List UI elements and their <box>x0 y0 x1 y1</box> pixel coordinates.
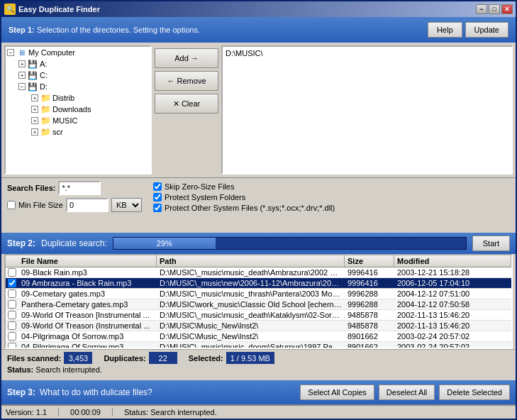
tree-label-downloads: Downloads <box>52 105 91 114</box>
directory-tree[interactable]: − 🖥 My Computer + 💾 A: + 💾 C: − 💾 D: + <box>4 45 152 175</box>
drive-icon-d: 💾 <box>27 82 38 92</box>
table-row[interactable]: 09-Black Rain.mp3 D:\MUSIC\_music\music_… <box>6 267 511 278</box>
row-checkbox[interactable] <box>6 343 18 348</box>
cell-path: D:\MUSIC\_music\new\2006-11-12\Ambrazura… <box>157 278 345 288</box>
cell-path: D:\MUSIC\_music\music_death\Ambrazura\20… <box>157 267 345 277</box>
tree-item-distrib[interactable]: + 📁 Distrib <box>6 92 150 104</box>
cell-modified: 2004-12-12 07:50:58 <box>394 299 511 309</box>
cell-modified: 2002-11-13 15:46:20 <box>394 310 511 320</box>
clear-button[interactable]: ✕ Clear <box>155 94 218 114</box>
cell-filename: 09 Ambrazura - Black Rain.mp3 <box>18 278 157 288</box>
tree-item-scr[interactable]: + 📁 scr <box>6 126 150 138</box>
step1-buttons: Help Update <box>428 22 508 38</box>
tree-item-music[interactable]: + 📁 MUSIC <box>6 115 150 126</box>
row-checkbox[interactable] <box>6 279 18 287</box>
delete-selected-button[interactable]: Delete Selected <box>439 385 510 400</box>
row-checkbox[interactable] <box>6 311 18 319</box>
drive-icon-a: 💾 <box>27 59 38 69</box>
tree-item-d[interactable]: − 💾 D: <box>6 81 150 92</box>
window-title: Easy Duplicate Finder <box>18 5 100 13</box>
step3-bar: Step 3: What to do with dulicate files? … <box>1 380 516 404</box>
min-size-checkbox[interactable] <box>7 201 16 209</box>
cell-path: D:\MUSIC\Music_New\Inst2\ <box>157 321 345 331</box>
remove-button[interactable]: ← Remove <box>155 71 218 91</box>
checkbox-col-header <box>6 255 18 267</box>
col-header-size[interactable]: Size <box>345 255 394 267</box>
progress-bar: 29% <box>113 238 216 249</box>
file-list: File Name Path Size Modified 09-Black Ra… <box>4 254 513 349</box>
cell-filename: 04-Pilgrimaga Of Sorrow.mp3 <box>18 331 157 341</box>
app-icon: 🔍 <box>4 4 16 15</box>
col-header-filename[interactable]: File Name <box>18 255 157 267</box>
row-checkbox[interactable] <box>6 289 18 298</box>
search-files-label: Search Files: <box>7 184 55 192</box>
table-row[interactable]: 04-Pilgrimaga Of Sorrow.mp3 D:\MUSIC\Mus… <box>6 331 511 342</box>
tree-expand-downloads[interactable]: + <box>31 106 38 113</box>
maximize-button[interactable]: □ <box>489 4 500 14</box>
table-row[interactable]: 09-Cemetary gates.mp3 D:\MUSIC\_music\mu… <box>6 289 511 299</box>
progress-container: 29% <box>113 237 467 250</box>
update-button[interactable]: Update <box>465 22 508 38</box>
skip-zero-checkbox[interactable] <box>153 182 162 191</box>
row-checkbox[interactable] <box>6 300 18 309</box>
row-checkbox[interactable] <box>6 332 18 341</box>
search-left: Search Files: Min File Size KB MB <box>7 181 142 230</box>
table-row[interactable]: 04-Pilgrimaga Of Sorrow.mp3 D:\MUSIC\_mu… <box>6 342 511 348</box>
tree-label-music: MUSIC <box>52 116 77 125</box>
cell-size: 9996416 <box>345 278 394 288</box>
col-header-modified[interactable]: Modified <box>394 255 511 267</box>
tree-item-a[interactable]: + 💾 A: <box>6 58 150 70</box>
minimize-button[interactable]: − <box>476 4 487 14</box>
bottom-status-bar: Version: 1.1 00:00:09 Status: Search int… <box>1 404 516 419</box>
search-options: Search Files: Min File Size KB MB Skip Z… <box>1 177 516 233</box>
tree-expand-a[interactable]: + <box>18 60 26 67</box>
main-content: − 🖥 My Computer + 💾 A: + 💾 C: − 💾 D: + <box>1 43 516 177</box>
protect-system-checkbox[interactable] <box>153 193 162 201</box>
close-button[interactable]: ✕ <box>501 4 513 14</box>
tree-expand-distrib[interactable]: + <box>31 94 38 101</box>
select-all-copies-button[interactable]: Select All Copies <box>300 385 374 400</box>
paths-panel[interactable]: D:\MUSIC\ <box>221 45 513 175</box>
tree-item-mycomputer[interactable]: − 🖥 My Computer <box>6 47 150 58</box>
tree-expand-c[interactable]: + <box>18 72 26 79</box>
tree-item-c[interactable]: + 💾 C: <box>6 70 150 81</box>
tree-label-c: C: <box>40 71 48 79</box>
table-row[interactable]: 09 Ambrazura - Black Rain.mp3 D:\MUSIC\_… <box>6 278 511 289</box>
deselect-all-button[interactable]: Deselect All <box>379 385 435 400</box>
search-files-input[interactable] <box>58 181 101 195</box>
col-header-path[interactable]: Path <box>157 255 345 267</box>
cell-path: D:\MUSIC\_music\music_doom\Saturnus\1997… <box>157 342 345 348</box>
tree-expand-scr[interactable]: + <box>31 128 38 136</box>
size-unit-select[interactable]: KB MB <box>111 198 142 212</box>
path-item: D:\MUSIC\ <box>224 48 510 58</box>
cell-modified: 2003-12-21 15:18:28 <box>394 267 511 277</box>
selected-stat: Selected: 1 / 9.53 MB <box>189 352 274 364</box>
files-scanned-value: 3,453 <box>64 352 92 364</box>
tree-item-downloads[interactable]: + 📁 Downloads <box>6 104 150 115</box>
status-area: Files scanned: 3,453 Duplicates: 22 Sele… <box>1 349 516 380</box>
row-checkbox[interactable] <box>6 268 18 277</box>
table-row[interactable]: 09-World Of Treason [Instrumental ... D:… <box>6 310 511 321</box>
cell-path: D:\MUSIC\Music_New\Inst2\ <box>157 331 345 341</box>
start-button[interactable]: Start <box>472 236 510 251</box>
add-button[interactable]: Add → <box>155 48 218 68</box>
min-size-input[interactable] <box>66 198 109 212</box>
selected-label: Selected: <box>189 354 223 363</box>
progress-text: 29% <box>157 239 172 248</box>
table-row[interactable]: Panthera-Cemetary gates.mp3 D:\MUSIC\wor… <box>6 299 511 310</box>
row-checkbox[interactable] <box>6 321 18 330</box>
tree-expand-mycomputer[interactable]: − <box>7 49 14 56</box>
file-list-body[interactable]: 09-Black Rain.mp3 D:\MUSIC\_music\music_… <box>6 267 511 348</box>
cell-size: 9485878 <box>345 321 394 331</box>
tree-expand-d[interactable]: − <box>18 83 26 90</box>
step2-bar: Step 2: Duplicate search: 29% Start <box>1 233 516 254</box>
add-label: Add → <box>174 54 199 62</box>
protect-other-label: Protect Other System Files (*.sys;*.ocx;… <box>165 204 335 212</box>
cell-modified: 2002-11-13 15:46:20 <box>394 321 511 331</box>
files-scanned-label: Files scanned: <box>7 354 61 363</box>
table-row[interactable]: 09-World Of Treason (Instrumental ... D:… <box>6 321 511 331</box>
help-button[interactable]: Help <box>428 22 462 38</box>
protect-other-checkbox[interactable] <box>153 204 162 212</box>
tree-expand-music[interactable]: + <box>31 117 38 124</box>
cell-size: 8901662 <box>345 342 394 348</box>
